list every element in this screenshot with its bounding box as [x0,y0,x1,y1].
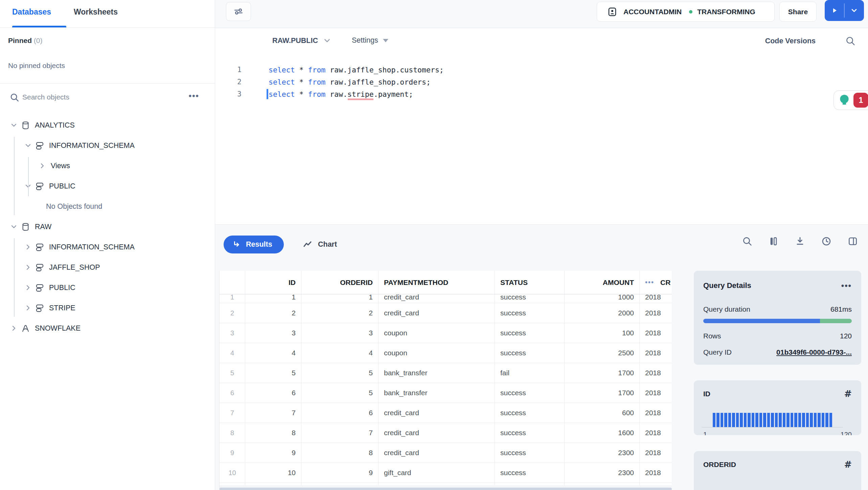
search-icon[interactable] [741,236,753,247]
chevron-right-icon[interactable] [39,162,46,170]
data-cell: 9 [245,443,301,463]
code-token: raw. [325,90,347,98]
column-header-id[interactable]: ID [245,271,301,294]
tree-item-public[interactable]: PUBLIC [0,277,214,298]
table-row-2[interactable]: 222credit_cardsuccess20002018 [220,303,672,323]
tree-item-stripe[interactable]: STRIPE [0,298,214,318]
tree-item-jaffle_shop[interactable]: JAFFLE_SHOP [0,257,214,277]
tree-item-information_schema[interactable]: INFORMATION_SCHEMA [0,237,214,257]
table-row-4[interactable]: 444couponsuccess25002018 [220,343,672,363]
columns-icon[interactable] [768,236,779,247]
table-row-7[interactable]: 776credit_cardsuccess6002018 [220,403,672,423]
data-cell: coupon [379,343,495,363]
query-id-link[interactable]: 01b349f6-0000-d793-... [776,348,852,356]
run-button[interactable] [825,0,844,21]
database-context-selector[interactable]: RAW.PUBLIC [272,36,332,45]
duration-breakdown-bar [703,319,852,323]
column-header-amount[interactable]: AMOUNT [565,271,640,294]
table-row-5[interactable]: 555bank_transferfail17002018 [220,363,672,383]
grid-body: 111credit_cardsuccess10002018222credit_c… [220,294,672,488]
numeric-column-icon[interactable]: # [844,388,852,399]
tree-item-label: JAFFLE_SHOP [49,263,100,272]
role-warehouse-selector[interactable]: ACCOUNTADMIN TRANSFORMING [597,2,775,22]
schema-icon [35,141,44,150]
data-cell: success [495,294,565,303]
tree-item-label: No Objects found [46,202,102,211]
id-min-label: 1 [703,431,707,435]
tab-worksheets[interactable]: Worksheets [74,7,118,17]
column-header-orderid[interactable]: ORDERID [301,271,379,294]
tree-item-views[interactable]: Views [0,156,214,176]
chevron-down-icon [323,36,332,45]
tree-item-raw[interactable]: RAW [0,217,214,237]
tree-item-information_schema[interactable]: INFORMATION_SCHEMA [0,135,214,156]
run-options-button[interactable] [845,0,864,21]
split-panel-icon[interactable] [847,236,859,247]
tab-databases[interactable]: Databases [12,7,51,17]
column-header-paymentmethod[interactable]: PAYMENTMETHOD [379,271,495,294]
tree-item-public[interactable]: PUBLIC [0,176,214,196]
chevron-right-icon[interactable] [24,243,32,251]
code-line-2[interactable]: 2select * from raw.jaffle_shop.orders; [215,76,868,88]
chevron-right-icon[interactable] [24,284,32,291]
download-icon[interactable] [794,236,806,247]
editor-search-icon[interactable] [845,36,856,46]
search-objects-input[interactable]: Search objects [22,93,69,101]
share-button[interactable]: Share [779,2,817,22]
results-grid: IDORDERIDPAYMENTMETHODSTATUSAMOUNT•••CR … [219,271,672,490]
history-icon[interactable] [821,236,832,247]
id-histogram[interactable] [703,406,852,427]
column-header-status[interactable]: STATUS [495,271,565,294]
line-chart-icon [302,240,313,250]
pinned-empty-text: No pinned objects [8,62,65,70]
query-duration-label: Query duration [703,305,750,313]
table-row-8[interactable]: 887credit_cardsuccess16002018 [220,423,672,443]
code-line-1[interactable]: 1select * from raw.jaffle_shop.customers… [215,64,868,76]
run-split-button [825,0,864,21]
chevron-right-icon[interactable] [24,264,32,271]
worksheet-config-button[interactable] [226,2,251,21]
current-warehouse: TRANSFORMING [697,8,755,16]
lightbulb-icon [837,93,851,107]
table-row-6[interactable]: 665bank_transfersuccess17002018 [220,383,672,403]
editor-settings-menu[interactable]: Settings [352,36,388,45]
tab-chart[interactable]: Chart [302,236,337,253]
chevron-right-icon[interactable] [24,304,32,312]
row-cells: 222credit_cardsuccess20002018 [220,303,672,323]
row-number-cell: 6 [220,383,245,403]
database-tree: ANALYTICSINFORMATION_SCHEMAViewsPUBLICNo… [0,115,214,338]
data-cell: 6 [301,403,379,423]
histogram-bar [732,413,735,427]
column-header-cr[interactable]: •••CR [640,271,672,294]
tree-item-snowflake[interactable]: SNOWFLAKE [0,318,214,338]
id-panel-title: ID [703,390,710,398]
chevron-down-icon[interactable] [24,142,32,149]
copilot-suggestions-pill[interactable]: 1 [833,90,868,110]
chevron-down-icon[interactable] [10,223,18,230]
orderid-histogram[interactable] [703,476,852,490]
code-line-3[interactable]: 3select * from raw.stripe.payment; [215,88,868,100]
data-cell: 2018 [640,323,672,343]
histogram-bar [818,413,820,427]
search-icon [9,92,20,103]
table-row-3[interactable]: 333couponsuccess1002018 [220,323,672,343]
table-row-9[interactable]: 998credit_cardsuccess23002018 [220,443,672,463]
query-details-menu[interactable]: ••• [841,281,852,290]
code-versions-link[interactable]: Code Versions [765,37,816,45]
data-cell: 1700 [565,363,640,383]
data-cell: 2018 [640,423,672,443]
horizontal-scrollbar[interactable] [220,488,672,490]
numeric-column-icon[interactable]: # [844,459,852,470]
duration-execution-segment [703,319,820,323]
chevron-down-icon[interactable] [10,121,18,129]
column-menu-ellipsis[interactable]: ••• [645,279,654,286]
data-cell: 4 [245,343,301,363]
table-row-10[interactable]: 10109gift_cardsuccess23002018 [220,463,672,483]
code-area[interactable]: 1select * from raw.jaffle_shop.customers… [215,64,868,224]
tab-results[interactable]: Results [224,236,284,253]
chevron-right-icon[interactable] [10,325,18,332]
sidebar-more-menu[interactable]: ••• [189,91,199,101]
code-text: select * from raw.stripe.payment; [269,90,413,98]
table-row-1[interactable]: 111credit_cardsuccess10002018 [220,294,672,303]
tree-item-analytics[interactable]: ANALYTICS [0,115,214,135]
